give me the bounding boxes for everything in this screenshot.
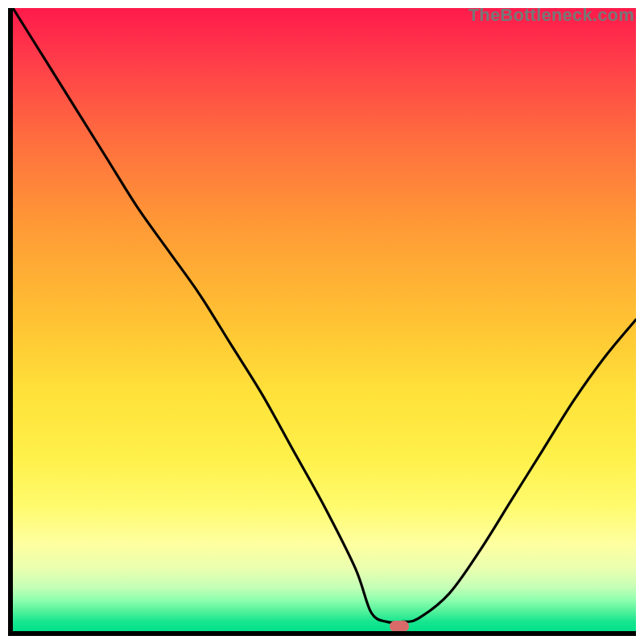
gradient-background <box>13 8 636 631</box>
watermark-text: TheBottleneck.com <box>469 5 634 26</box>
bottleneck-chart: TheBottleneck.com <box>0 0 644 644</box>
plot-area <box>8 8 636 636</box>
